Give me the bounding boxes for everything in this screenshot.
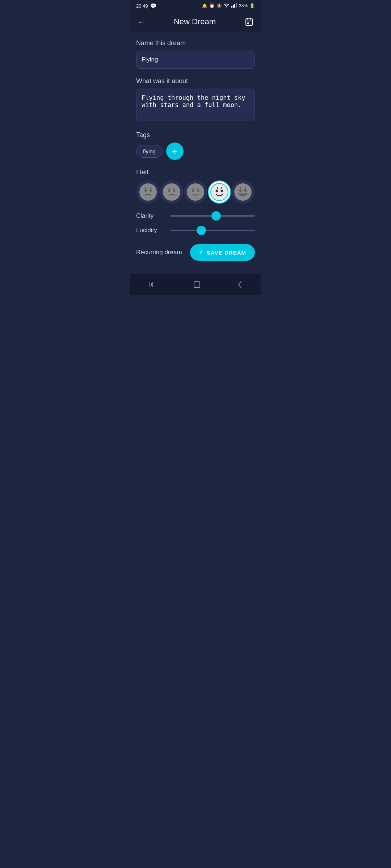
battery-display: 38%: [239, 3, 248, 8]
signal-icon: [231, 3, 237, 9]
back-button[interactable]: ←: [136, 16, 146, 27]
mood-happy[interactable]: [208, 180, 231, 204]
add-tag-button[interactable]: +: [166, 142, 184, 160]
tag-chip-flying[interactable]: flying: [136, 145, 163, 158]
svg-point-20: [220, 190, 223, 192]
svg-point-15: [197, 190, 199, 192]
clarity-row: Clarity: [136, 212, 255, 220]
description-label: What was it about: [136, 77, 255, 85]
time-display: 20:49: [136, 3, 148, 9]
svg-point-8: [144, 190, 147, 192]
save-dream-button[interactable]: ✓ SAVE DREAM: [190, 244, 255, 261]
svg-rect-3: [234, 4, 235, 8]
svg-point-14: [192, 190, 194, 192]
save-icon: ✓: [199, 249, 204, 256]
dream-name-input[interactable]: [136, 51, 255, 69]
calendar-button[interactable]: [243, 16, 255, 27]
dream-description-input[interactable]: Flying through the night sky with stars …: [136, 89, 255, 121]
tags-section: Tags flying +: [136, 131, 255, 160]
svg-point-13: [187, 183, 204, 201]
description-section: What was it about Flying through the nig…: [136, 77, 255, 123]
name-label: Name this dream: [136, 39, 255, 47]
nav-menu-button[interactable]: [141, 280, 164, 289]
svg-point-9: [150, 190, 152, 192]
svg-point-7: [139, 183, 157, 201]
svg-rect-6: [247, 22, 249, 24]
clarity-slider[interactable]: [170, 215, 255, 217]
svg-point-23: [244, 190, 247, 192]
mood-very-happy[interactable]: [231, 180, 255, 204]
mood-very-sad[interactable]: [136, 180, 160, 204]
mood-neutral[interactable]: [184, 180, 207, 204]
mood-sad[interactable]: [160, 180, 183, 204]
alarm-icon: ⏰: [209, 3, 215, 8]
svg-point-11: [168, 190, 170, 192]
lucidity-label: Lucidity: [136, 227, 165, 234]
svg-point-21: [234, 183, 252, 201]
svg-point-10: [163, 183, 180, 201]
svg-rect-2: [233, 5, 234, 8]
status-bar: 20:49 💬 🔔 ⏰ 🔇 38% 🔋: [130, 0, 261, 12]
svg-rect-27: [194, 282, 200, 288]
svg-point-19: [215, 190, 218, 192]
svg-rect-4: [236, 3, 237, 8]
felt-section: I felt: [136, 169, 255, 204]
notification-icon: 🔔: [202, 3, 207, 8]
nav-home-button[interactable]: [186, 279, 208, 290]
recurring-label: Recurring dream: [136, 249, 182, 256]
svg-point-22: [239, 190, 241, 192]
status-right: 🔔 ⏰ 🔇 38% 🔋: [202, 3, 255, 9]
tags-container: flying +: [136, 142, 255, 160]
svg-rect-5: [246, 19, 252, 25]
bottom-row: Recurring dream ✓ SAVE DREAM: [136, 241, 255, 267]
svg-rect-24: [150, 282, 150, 287]
main-content: Name this dream What was it about Flying…: [130, 32, 261, 274]
whatsapp-icon: 💬: [150, 3, 156, 9]
lucidity-slider[interactable]: [170, 230, 255, 231]
svg-rect-1: [231, 6, 232, 8]
svg-rect-26: [152, 282, 153, 287]
clarity-label: Clarity: [136, 212, 165, 220]
nav-bar: [130, 274, 261, 295]
page-title: New Dream: [174, 17, 216, 26]
mute-icon: 🔇: [216, 3, 222, 8]
lucidity-row: Lucidity: [136, 227, 255, 234]
app-bar: ← New Dream: [130, 12, 261, 32]
name-section: Name this dream: [136, 39, 255, 69]
tags-label: Tags: [136, 131, 255, 139]
svg-point-12: [173, 190, 175, 192]
nav-back-button[interactable]: [230, 279, 250, 290]
wifi-icon: [224, 3, 230, 9]
svg-point-0: [226, 6, 227, 7]
save-label: SAVE DREAM: [207, 250, 246, 256]
mood-row: [136, 180, 255, 204]
status-left: 20:49 💬: [136, 3, 156, 9]
felt-label: I felt: [136, 169, 255, 176]
battery-icon: 🔋: [249, 3, 255, 8]
svg-rect-25: [151, 283, 152, 286]
